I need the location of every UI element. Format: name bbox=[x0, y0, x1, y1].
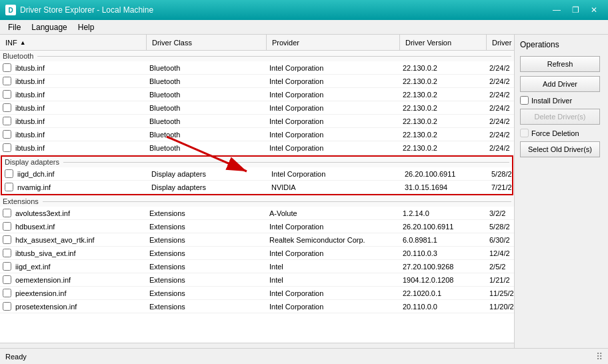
cell-provider: Intel Corporation bbox=[269, 64, 323, 72]
cell-inf: oemextension.inf bbox=[15, 276, 71, 284]
cell-provider: Intel Corporation bbox=[269, 104, 323, 112]
table-body: Bluetooth ibtusb.inf Bluetooth Intel Cor… bbox=[0, 51, 514, 343]
cell-class: Bluetooth bbox=[149, 131, 180, 139]
row-checkbox[interactable] bbox=[3, 90, 11, 99]
row-checkbox[interactable] bbox=[3, 235, 11, 244]
cell-inf: hdx_asusext_avo_rtk.inf bbox=[15, 236, 95, 244]
cell-class: Extensions bbox=[149, 209, 185, 217]
table-row[interactable]: ibtusb.inf Bluetooth Intel Corporation 2… bbox=[0, 115, 514, 128]
cell-class: Extensions bbox=[149, 289, 185, 297]
cell-class: Extensions bbox=[149, 263, 185, 271]
table-row[interactable]: ibtusb.inf Bluetooth Intel Corporation 2… bbox=[0, 128, 514, 141]
table-row[interactable]: pieextension.inf Extensions Intel Corpor… bbox=[0, 287, 514, 300]
row-checkbox[interactable] bbox=[3, 275, 11, 284]
table-row[interactable]: nvamig.inf Display adapters NVIDIA 31.0.… bbox=[2, 181, 512, 194]
select-old-driver-button[interactable]: Select Old Driver(s) bbox=[520, 141, 600, 157]
cell-class: Extensions bbox=[149, 236, 185, 244]
row-checkbox[interactable] bbox=[5, 183, 13, 191]
cell-date: 2/24/2 bbox=[489, 77, 510, 85]
group-header-bluetooth: Bluetooth bbox=[0, 51, 514, 61]
group-label: Display adapters bbox=[5, 158, 59, 166]
add-driver-button[interactable]: Add Driver bbox=[520, 76, 600, 92]
cell-class: Bluetooth bbox=[149, 91, 180, 99]
table-row[interactable]: ibtusb.inf Bluetooth Intel Corporation 2… bbox=[0, 75, 514, 88]
table-row[interactable]: prosetextension.inf Extensions Intel Cor… bbox=[0, 300, 514, 313]
col-header-date[interactable]: Driver D bbox=[487, 35, 515, 50]
cell-version: 1904.12.0.1208 bbox=[403, 276, 453, 284]
resize-grip-icon: ⠿ bbox=[596, 351, 603, 362]
cell-version: 31.0.15.1694 bbox=[405, 183, 447, 191]
table-row[interactable]: ibtusb.inf Bluetooth Intel Corporation 2… bbox=[0, 141, 514, 155]
col-header-version[interactable]: Driver Version bbox=[400, 35, 487, 50]
col-header-class[interactable]: Driver Class bbox=[147, 35, 267, 50]
cell-inf: ibtusb.inf bbox=[15, 131, 45, 139]
cell-class: Extensions bbox=[149, 276, 185, 284]
cell-provider: Intel Corporation bbox=[271, 170, 325, 178]
install-driver-label: Install Driver bbox=[531, 97, 572, 105]
title-text: Driver Store Explorer - Local Machine bbox=[20, 5, 548, 15]
operations-title: Operations bbox=[520, 40, 603, 49]
cell-provider: Intel bbox=[269, 276, 283, 284]
table-row[interactable]: hdbusext.inf Extensions Intel Corporatio… bbox=[0, 220, 514, 233]
cell-class: Bluetooth bbox=[149, 64, 180, 72]
table-row[interactable]: ibtusb.inf Bluetooth Intel Corporation 2… bbox=[0, 101, 514, 115]
force-deletion-checkbox[interactable] bbox=[520, 129, 529, 137]
cell-date: 2/24/2 bbox=[489, 117, 510, 125]
cell-version: 6.0.8981.1 bbox=[403, 236, 437, 244]
cell-date: 12/4/2 bbox=[489, 249, 510, 257]
install-driver-checkbox[interactable] bbox=[520, 96, 529, 105]
cell-class: Display adapters bbox=[151, 183, 206, 191]
row-checkbox[interactable] bbox=[3, 130, 11, 139]
cell-class: Bluetooth bbox=[149, 77, 180, 85]
cell-version: 22.130.0.2 bbox=[403, 64, 437, 72]
cell-provider: Intel bbox=[269, 263, 283, 271]
row-checkbox[interactable] bbox=[3, 302, 11, 311]
row-checkbox[interactable] bbox=[3, 143, 11, 152]
refresh-button[interactable]: Refresh bbox=[520, 56, 600, 72]
menu-file[interactable]: File bbox=[3, 21, 26, 33]
row-checkbox[interactable] bbox=[3, 63, 11, 72]
cell-inf: ibtusb.inf bbox=[15, 104, 45, 112]
cell-class: Display adapters bbox=[151, 170, 206, 178]
delete-driver-button[interactable]: Delete Driver(s) bbox=[520, 109, 600, 125]
row-checkbox[interactable] bbox=[3, 289, 11, 297]
cell-class: Bluetooth bbox=[149, 144, 180, 152]
row-checkbox[interactable] bbox=[5, 169, 13, 178]
table-row[interactable]: hdx_asusext_avo_rtk.inf Extensions Realt… bbox=[0, 233, 514, 247]
col-header-provider[interactable]: Provider bbox=[267, 35, 400, 50]
row-checkbox[interactable] bbox=[3, 117, 11, 125]
maximize-button[interactable]: ❐ bbox=[567, 3, 584, 17]
table-row[interactable]: iigd_dch.inf Display adapters Intel Corp… bbox=[2, 167, 512, 181]
row-checkbox[interactable] bbox=[3, 209, 11, 217]
cell-inf: ibtusb.inf bbox=[15, 144, 45, 152]
row-checkbox[interactable] bbox=[3, 103, 11, 112]
cell-provider: Intel Corporation bbox=[269, 303, 323, 311]
row-checkbox[interactable] bbox=[3, 262, 11, 271]
cell-inf: ibtusb.inf bbox=[15, 64, 45, 72]
row-checkbox[interactable] bbox=[3, 77, 11, 85]
table-row[interactable]: ibtusb.inf Bluetooth Intel Corporation 2… bbox=[0, 61, 514, 75]
cell-inf: nvamig.inf bbox=[17, 183, 51, 191]
minimize-button[interactable]: — bbox=[548, 3, 565, 17]
cell-version: 22.130.0.2 bbox=[403, 104, 437, 112]
cell-class: Extensions bbox=[149, 303, 185, 311]
table-row[interactable]: oemextension.inf Extensions Intel 1904.1… bbox=[0, 273, 514, 287]
row-checkbox[interactable] bbox=[3, 222, 11, 231]
cell-class: Extensions bbox=[149, 249, 185, 257]
table-row[interactable]: ibtusb.inf Bluetooth Intel Corporation 2… bbox=[0, 88, 514, 101]
table-row[interactable]: avolutess3ext.inf Extensions A-Volute 1.… bbox=[0, 207, 514, 220]
status-text: Ready bbox=[5, 353, 27, 361]
table-row[interactable]: iigd_ext.inf Extensions Intel 27.20.100.… bbox=[0, 260, 514, 273]
menu-help[interactable]: Help bbox=[73, 21, 100, 33]
cell-inf: hdbusext.inf bbox=[15, 223, 55, 231]
col-header-inf[interactable]: INF ▲ bbox=[0, 35, 147, 50]
close-button[interactable]: ✕ bbox=[585, 3, 603, 17]
cell-date: 6/30/2 bbox=[489, 236, 510, 244]
cell-date: 1/21/2 bbox=[489, 276, 510, 284]
row-checkbox[interactable] bbox=[3, 249, 11, 257]
cell-provider: NVIDIA bbox=[271, 183, 296, 191]
menu-language[interactable]: Language bbox=[26, 21, 72, 33]
cell-version: 22.1020.0.1 bbox=[403, 289, 441, 297]
cell-provider: Intel Corporation bbox=[269, 289, 323, 297]
table-row[interactable]: ibtusb_siva_ext.inf Extensions Intel Cor… bbox=[0, 247, 514, 260]
